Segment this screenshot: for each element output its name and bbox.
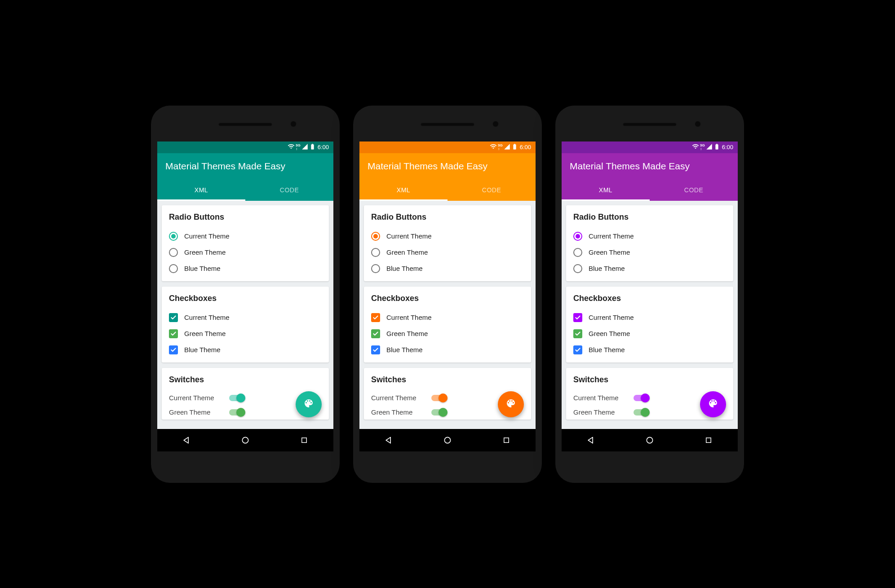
radio-icon[interactable] [169, 232, 178, 241]
svg-point-2 [444, 437, 450, 443]
appbar-title: Material Themes Made Easy [165, 161, 285, 172]
radio-icon[interactable] [169, 248, 178, 257]
appbar-title: Material Themes Made Easy [570, 161, 690, 172]
radio-icon[interactable] [371, 232, 380, 241]
switch-thumb [439, 393, 448, 402]
radio-label: Blue Theme [184, 265, 221, 272]
switch-thumb [641, 393, 650, 402]
signal-icon [301, 143, 308, 151]
battery-icon [511, 143, 518, 151]
radio-icon[interactable] [371, 264, 380, 273]
switch-heading: Switches [371, 375, 524, 385]
fab-theme-button[interactable] [296, 391, 322, 417]
radio-label: Current Theme [589, 232, 634, 240]
switch-heading: Switches [573, 375, 726, 385]
checkbox-icon[interactable] [573, 345, 582, 354]
radio-row[interactable]: Blue Theme [169, 261, 322, 277]
nav-recent-button[interactable] [299, 435, 309, 445]
switch-toggle[interactable] [431, 408, 448, 417]
switch-toggle[interactable] [634, 393, 650, 402]
radio-row[interactable]: Blue Theme [371, 261, 524, 277]
nav-back-button[interactable] [384, 435, 394, 445]
checkbox-row[interactable]: Green Theme [371, 326, 524, 342]
radio-row[interactable]: Green Theme [371, 244, 524, 261]
fab-theme-button[interactable] [700, 391, 726, 417]
checkbox-row[interactable]: Blue Theme [573, 342, 726, 358]
tab-code[interactable]: CODE [245, 179, 333, 201]
nav-back-button[interactable] [182, 435, 191, 445]
radio-icon[interactable] [573, 248, 582, 257]
network-indicator: 3G↕ [498, 144, 503, 151]
radio-label: Current Theme [184, 232, 230, 240]
radio-row[interactable]: Green Theme [573, 244, 726, 261]
tab-code[interactable]: CODE [650, 179, 738, 201]
phone-screen: 3G↕ 6:00 Material Themes Made Easy XML C… [562, 141, 738, 451]
tab-xml[interactable]: XML [562, 179, 650, 201]
radio-row[interactable]: Current Theme [169, 228, 322, 244]
appbar-title: Material Themes Made Easy [368, 161, 487, 172]
radio-row[interactable]: Current Theme [371, 228, 524, 244]
checkbox-icon[interactable] [169, 329, 178, 338]
checkboxes-card: Checkboxes Current Theme Green Theme [162, 287, 329, 363]
switch-toggle[interactable] [229, 393, 245, 402]
checkbox-row[interactable]: Green Theme [169, 326, 322, 342]
switch-label: Green Theme [169, 408, 223, 416]
switch-thumb [439, 408, 448, 417]
nav-home-button[interactable] [645, 435, 655, 445]
radio-row[interactable]: Blue Theme [573, 261, 726, 277]
radio-buttons-card: Radio Buttons Current Theme Green Theme [162, 205, 329, 281]
wifi-icon [490, 143, 497, 151]
nav-recent-button[interactable] [704, 435, 713, 445]
checkbox-row[interactable]: Current Theme [169, 309, 322, 326]
signal-icon [706, 143, 713, 151]
checkbox-icon[interactable] [371, 345, 380, 354]
switch-toggle[interactable] [229, 408, 245, 417]
switch-heading: Switches [169, 375, 322, 385]
tab-xml[interactable]: XML [157, 179, 245, 201]
radio-icon[interactable] [573, 232, 582, 241]
checkbox-icon[interactable] [573, 329, 582, 338]
checkbox-row[interactable]: Green Theme [573, 326, 726, 342]
checkbox-icon[interactable] [371, 313, 380, 322]
checkbox-icon[interactable] [573, 313, 582, 322]
tab-label: CODE [482, 186, 501, 194]
tab-label: CODE [684, 186, 703, 194]
nav-back-button[interactable] [586, 435, 596, 445]
signal-icon [504, 143, 510, 151]
checkbox-row[interactable]: Current Theme [573, 309, 726, 326]
switch-label: Current Theme [169, 394, 223, 402]
svg-rect-1 [301, 438, 306, 442]
nav-recent-button[interactable] [501, 435, 511, 445]
svg-rect-5 [706, 438, 711, 442]
checkbox-heading: Checkboxes [169, 294, 322, 303]
battery-icon [713, 143, 720, 151]
checkbox-row[interactable]: Blue Theme [371, 342, 524, 358]
phone-screen: 3G↕ 6:00 Material Themes Made Easy XML C… [359, 141, 536, 451]
radio-row[interactable]: Green Theme [169, 244, 322, 261]
wifi-icon [692, 143, 699, 151]
checkbox-icon[interactable] [371, 329, 380, 338]
radio-label: Green Theme [184, 248, 226, 256]
switch-toggle[interactable] [431, 393, 448, 402]
switch-label: Green Theme [371, 408, 425, 416]
radio-icon[interactable] [573, 264, 582, 273]
fab-theme-button[interactable] [498, 391, 524, 417]
nav-home-button[interactable] [443, 435, 452, 445]
radio-icon[interactable] [371, 248, 380, 257]
checkbox-label: Green Theme [184, 330, 226, 337]
switch-toggle[interactable] [634, 408, 650, 417]
nav-home-button[interactable] [240, 435, 250, 445]
checkbox-row[interactable]: Current Theme [371, 309, 524, 326]
checkbox-icon[interactable] [169, 313, 178, 322]
radio-icon[interactable] [169, 264, 178, 273]
navigation-bar [562, 429, 738, 451]
radio-row[interactable]: Current Theme [573, 228, 726, 244]
status-time: 6:00 [520, 144, 531, 150]
tab-xml[interactable]: XML [359, 179, 448, 201]
checkbox-row[interactable]: Blue Theme [169, 342, 322, 358]
tab-label: XML [195, 186, 208, 194]
tab-code[interactable]: CODE [448, 179, 536, 201]
tab-bar: XML CODE [562, 179, 738, 201]
checkbox-label: Current Theme [386, 314, 432, 321]
checkbox-icon[interactable] [169, 345, 178, 354]
